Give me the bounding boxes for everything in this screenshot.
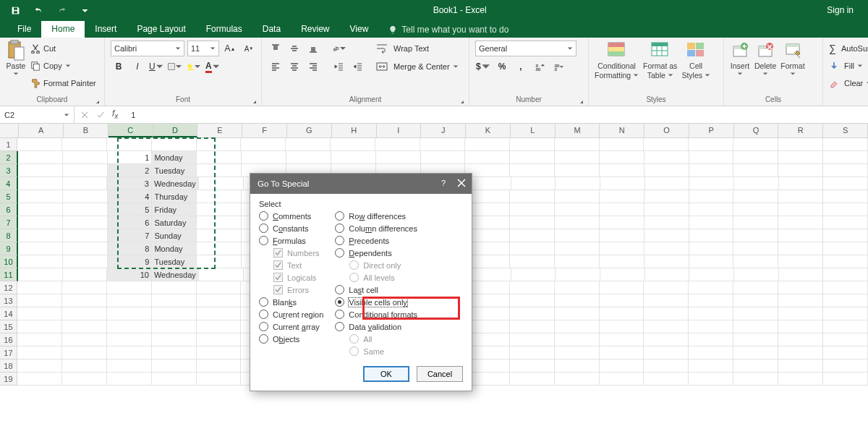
cell-L13[interactable]: [510, 294, 555, 307]
tab-insert[interactable]: Insert: [85, 21, 127, 38]
cell-P15[interactable]: [689, 320, 733, 333]
cell-B8[interactable]: [63, 229, 108, 242]
cell-D18[interactable]: [152, 359, 197, 373]
cell-R9[interactable]: [778, 242, 823, 255]
radio-constants[interactable]: Constants: [259, 224, 323, 233]
row-header-9[interactable]: 9: [0, 242, 18, 255]
font-color-button[interactable]: A: [205, 59, 221, 75]
cell-O7[interactable]: [644, 216, 689, 229]
cell-B1[interactable]: [62, 138, 107, 151]
cell-N14[interactable]: [600, 307, 644, 320]
col-header-C[interactable]: C: [109, 124, 153, 137]
cell-L1[interactable]: [510, 138, 555, 151]
cell-P5[interactable]: [689, 190, 734, 203]
cell-R12[interactable]: [778, 281, 823, 294]
cell-B7[interactable]: [63, 216, 108, 229]
col-header-M[interactable]: M: [556, 124, 600, 137]
clear-button[interactable]: Clear: [829, 75, 868, 91]
row-header-3[interactable]: 3: [0, 164, 18, 177]
cell-E5[interactable]: [197, 190, 242, 203]
select-all-corner[interactable]: [0, 124, 19, 137]
cell-C11[interactable]: 10: [107, 268, 152, 281]
radio-current-region[interactable]: Current region: [259, 310, 323, 319]
cell-M9[interactable]: [555, 242, 600, 255]
format-painter-button[interactable]: Format Painter: [30, 75, 96, 91]
cell-D13[interactable]: [152, 294, 197, 307]
cell-R8[interactable]: [778, 229, 823, 242]
cell-O3[interactable]: [644, 164, 689, 177]
align-center-icon[interactable]: [286, 59, 302, 75]
cell-N9[interactable]: [600, 242, 644, 255]
cell-C10[interactable]: 9: [108, 255, 153, 268]
cell-C4[interactable]: 3: [107, 177, 152, 190]
cell-L15[interactable]: [510, 320, 555, 333]
cell-N2[interactable]: [600, 151, 644, 164]
cell-D19[interactable]: [152, 373, 197, 386]
cell-K11[interactable]: [467, 268, 511, 281]
cell-E14[interactable]: [197, 307, 242, 320]
align-top-icon[interactable]: [268, 41, 284, 56]
cell-Q1[interactable]: [733, 138, 778, 151]
cell-A5[interactable]: [18, 190, 63, 203]
cell-O13[interactable]: [644, 294, 689, 307]
cell-N19[interactable]: [600, 373, 644, 386]
cell-styles-button[interactable]: Cell Styles: [681, 41, 710, 80]
row-header-7[interactable]: 7: [0, 216, 18, 229]
cell-Q16[interactable]: [733, 333, 778, 346]
cell-R19[interactable]: [778, 373, 823, 386]
cell-L3[interactable]: [510, 164, 555, 177]
cell-C12[interactable]: [107, 281, 152, 294]
cell-B18[interactable]: [62, 359, 107, 373]
cell-R7[interactable]: [778, 216, 823, 229]
cell-D4[interactable]: Wednesday: [152, 177, 199, 190]
cell-A10[interactable]: [18, 255, 63, 268]
cell-N12[interactable]: [600, 281, 644, 294]
cell-S9[interactable]: [823, 242, 868, 255]
tab-view[interactable]: View: [340, 21, 379, 38]
cell-O1[interactable]: [644, 138, 689, 151]
radio-last-cell[interactable]: Last cell: [335, 285, 417, 294]
cell-D2[interactable]: Monday: [152, 151, 197, 164]
cell-N18[interactable]: [600, 359, 644, 373]
cell-E17[interactable]: [197, 346, 242, 359]
row-header-2[interactable]: 2: [0, 151, 18, 164]
cell-G1[interactable]: [286, 138, 331, 151]
cell-A4[interactable]: [18, 177, 63, 190]
cell-E2[interactable]: [197, 151, 242, 164]
row-header-17[interactable]: 17: [0, 346, 17, 359]
cut-button[interactable]: Cut: [30, 41, 96, 56]
cell-Q7[interactable]: [733, 216, 778, 229]
dialog-launcher-icon[interactable]: [457, 97, 464, 104]
paste-button[interactable]: Paste: [6, 41, 26, 77]
cell-B2[interactable]: [63, 151, 108, 164]
font-family-select[interactable]: Calibri: [111, 41, 184, 56]
cell-P10[interactable]: [689, 255, 734, 268]
radio-column-differences[interactable]: Column differences: [335, 224, 417, 233]
cell-A6[interactable]: [18, 203, 63, 216]
cell-E10[interactable]: [197, 255, 242, 268]
align-left-icon[interactable]: [268, 59, 284, 75]
cell-Q19[interactable]: [733, 373, 778, 386]
dialog-titlebar[interactable]: Go To Special ?: [250, 174, 472, 194]
cell-S7[interactable]: [823, 216, 868, 229]
radio-dependents[interactable]: Dependents: [335, 248, 417, 258]
cell-E12[interactable]: [197, 281, 242, 294]
col-header-B[interactable]: B: [64, 124, 109, 137]
italic-button[interactable]: I: [129, 59, 145, 75]
cell-L2[interactable]: [510, 151, 555, 164]
cell-A1[interactable]: [17, 138, 62, 151]
cell-M8[interactable]: [555, 229, 600, 242]
cell-R18[interactable]: [778, 359, 823, 373]
radio-formulas[interactable]: Formulas: [259, 236, 323, 245]
cell-F1[interactable]: [241, 138, 286, 151]
cell-C6[interactable]: 5: [108, 203, 153, 216]
cell-R16[interactable]: [778, 333, 823, 346]
cell-S6[interactable]: [823, 203, 868, 216]
number-format-select[interactable]: General: [475, 41, 576, 56]
cell-D14[interactable]: [152, 307, 197, 320]
cell-L19[interactable]: [510, 373, 555, 386]
cell-S4[interactable]: [823, 177, 868, 190]
cell-P17[interactable]: [689, 346, 733, 359]
cell-S15[interactable]: [823, 320, 868, 333]
radio-objects[interactable]: Objects: [259, 334, 323, 344]
